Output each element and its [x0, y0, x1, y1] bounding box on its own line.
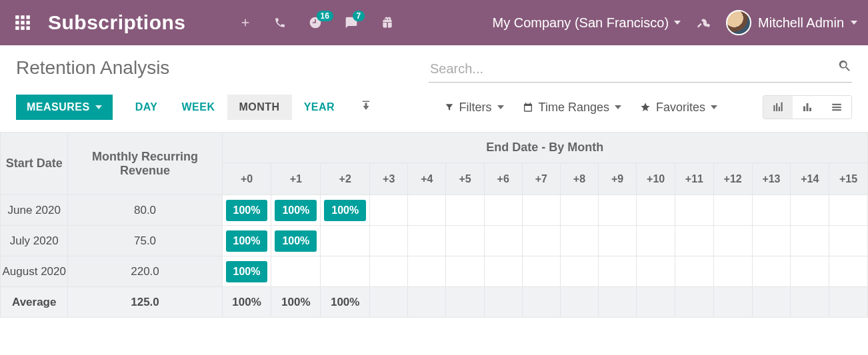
chevron-down-icon	[674, 21, 681, 25]
cohort-cell	[637, 256, 675, 287]
cohort-cell[interactable]: 100%	[321, 287, 370, 318]
col-group: End Date - By Month	[222, 133, 867, 163]
period-header: +9	[599, 163, 637, 195]
cohort-cell	[637, 287, 675, 318]
cohort-cell	[484, 287, 522, 318]
time-ranges-label: Time Ranges	[539, 101, 609, 115]
cohort-row: July 202075.0100%100%	[1, 226, 868, 256]
cohort-cell	[446, 256, 484, 287]
favorites-menu[interactable]: Favorites	[640, 101, 717, 115]
interval-week[interactable]: WEEK	[170, 95, 227, 120]
control-panel: Retention Analysis	[0, 45, 868, 85]
cohort-cell	[446, 195, 484, 226]
cohort-cell	[791, 287, 829, 318]
period-header: +4	[408, 163, 446, 195]
svg-rect-5	[26, 21, 29, 24]
cohort-cell[interactable]: 100%	[271, 195, 321, 226]
period-header: +1	[271, 163, 321, 195]
cohort-cell[interactable]: 100%	[222, 226, 271, 256]
period-header: +14	[791, 163, 829, 195]
interval-year[interactable]: YEAR	[292, 95, 347, 120]
user-menu[interactable]: Mitchell Admin	[726, 10, 857, 35]
svg-rect-1	[21, 15, 24, 19]
messages-icon[interactable]: 7	[345, 16, 358, 29]
company-switcher[interactable]: My Company (San Francisco)	[493, 15, 681, 31]
cohort-cell	[522, 226, 560, 256]
search-input[interactable]	[429, 57, 852, 83]
search-icon[interactable]	[837, 59, 852, 76]
period-header: +11	[675, 163, 714, 195]
cohort-head: Start Date Monthly Recurring Revenue End…	[1, 133, 868, 195]
cohort-cell	[791, 256, 829, 287]
cohort-cell	[791, 226, 829, 256]
period-header: +8	[560, 163, 598, 195]
cohort-cell	[370, 195, 408, 226]
filters-label: Filters	[459, 101, 492, 115]
measures-button[interactable]: MEASURES	[16, 95, 113, 120]
interval-month[interactable]: MONTH	[227, 95, 292, 120]
cohort-average-row: Average125.0100%100%100%	[1, 287, 868, 318]
gift-icon[interactable]	[381, 16, 394, 29]
period-header: +15	[829, 163, 868, 195]
row-start-date: August 2020	[1, 256, 68, 287]
new-icon[interactable]	[239, 17, 251, 29]
cohort-cell[interactable]: 100%	[321, 195, 370, 226]
cohort-cell[interactable]: 100%	[271, 226, 321, 256]
activities-icon[interactable]: 16	[309, 16, 322, 29]
svg-rect-4	[21, 21, 24, 24]
svg-rect-7	[21, 26, 24, 29]
company-name: My Company (San Francisco)	[493, 15, 669, 31]
cohort-cell	[637, 226, 675, 256]
app-title[interactable]: Subscriptions	[48, 11, 186, 34]
row-start-date: Average	[1, 287, 68, 318]
topbar: Subscriptions 16 7 My Company (San Franc…	[0, 0, 868, 45]
cohort-cell	[675, 256, 714, 287]
cohort-cell	[321, 226, 370, 256]
funnel-icon	[445, 103, 454, 112]
cohort-cell	[408, 195, 446, 226]
cohort-cell	[484, 195, 522, 226]
cohort-cell	[560, 195, 598, 226]
svg-rect-2	[26, 15, 29, 19]
time-ranges-menu[interactable]: Time Ranges	[523, 101, 621, 115]
period-header: +10	[637, 163, 675, 195]
svg-rect-0	[15, 15, 19, 19]
cohort-cell[interactable]: 100%	[222, 256, 271, 287]
cohort-cell[interactable]: 100%	[222, 195, 271, 226]
view-cohort[interactable]	[763, 96, 793, 119]
cohort-cell[interactable]: 100%	[271, 287, 321, 318]
download-button[interactable]	[360, 100, 372, 115]
cohort-cell	[713, 195, 752, 226]
cohort-cell	[370, 256, 408, 287]
view-graph[interactable]	[793, 96, 822, 119]
calendar-icon	[523, 102, 533, 113]
view-list[interactable]	[822, 96, 851, 119]
cohort-cell	[446, 287, 484, 318]
row-measure: 80.0	[68, 195, 222, 226]
cohort-cell	[446, 226, 484, 256]
cohort-cell	[752, 226, 791, 256]
svg-rect-6	[15, 26, 19, 29]
chevron-down-icon	[615, 105, 621, 109]
cohort-table: Start Date Monthly Recurring Revenue End…	[0, 132, 868, 318]
cohort-cell	[408, 256, 446, 287]
cohort-cell	[522, 287, 560, 318]
cohort-cell	[675, 287, 714, 318]
apps-icon[interactable]	[0, 14, 45, 31]
cohort-cell	[829, 256, 868, 287]
interval-day[interactable]: DAY	[123, 95, 170, 120]
debug-icon[interactable]	[697, 16, 710, 29]
svg-rect-3	[15, 21, 19, 24]
phone-icon[interactable]	[274, 17, 286, 29]
period-header: +13	[752, 163, 791, 195]
cohort-cell[interactable]: 100%	[222, 287, 271, 318]
activities-badge: 16	[317, 11, 333, 21]
cohort-cell	[599, 226, 637, 256]
period-header: +12	[713, 163, 752, 195]
messages-badge: 7	[353, 11, 365, 21]
breadcrumb[interactable]: Retention Analysis	[16, 57, 169, 79]
period-header: +3	[370, 163, 408, 195]
toolbar: MEASURES DAY WEEK MONTH YEAR Filters Tim…	[0, 85, 868, 132]
filters-menu[interactable]: Filters	[445, 101, 504, 115]
cohort-cell	[675, 226, 714, 256]
